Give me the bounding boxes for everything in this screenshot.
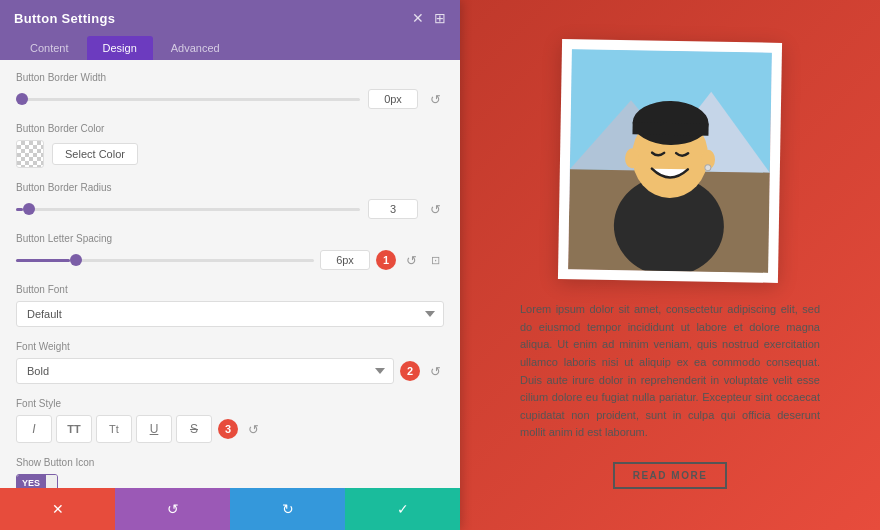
font-group: Button Font Default Arial Georgia [16, 284, 444, 327]
font-weight-badge: 2 [400, 361, 420, 381]
letter-spacing-group: Button Letter Spacing 6px 1 ↺ ⊡ [16, 233, 444, 270]
letter-spacing-fill [16, 259, 70, 262]
border-width-reset[interactable]: ↺ [426, 90, 444, 108]
font-style-capitalize[interactable]: Tt [96, 415, 132, 443]
panel-title: Button Settings [14, 11, 115, 26]
border-color-label: Button Border Color [16, 123, 444, 134]
border-radius-thumb[interactable] [23, 203, 35, 215]
letter-spacing-value[interactable]: 6px [320, 250, 370, 270]
show-icon-toggle[interactable]: YES [16, 474, 58, 488]
cancel-icon: ✕ [52, 501, 64, 517]
font-style-row: I TT Tt U S 3 ↺ [16, 415, 444, 443]
close-icon[interactable]: ✕ [412, 10, 424, 26]
photo-card [558, 39, 782, 283]
person-svg [568, 49, 772, 272]
show-icon-toggle-row: YES [16, 474, 444, 488]
border-width-label: Button Border Width [16, 72, 444, 83]
border-radius-slider[interactable] [16, 208, 360, 211]
svg-rect-7 [632, 122, 708, 135]
description-text: Lorem ipsum dolor sit amet, consectetur … [520, 301, 820, 442]
letter-spacing-responsive[interactable]: ⊡ [426, 251, 444, 269]
font-style-uppercase[interactable]: TT [56, 415, 92, 443]
border-radius-label: Button Border Radius [16, 182, 444, 193]
preview-panel: Lorem ipsum dolor sit amet, consectetur … [460, 0, 880, 530]
border-radius-fill [16, 208, 23, 211]
tab-advanced[interactable]: Advanced [155, 36, 236, 60]
letter-spacing-reset[interactable]: ↺ [402, 251, 420, 269]
font-style-badge: 3 [218, 419, 238, 439]
settings-panel: Button Settings ✕ ⊞ Content Design Advan… [0, 0, 460, 530]
font-weight-row: Bold Normal 2 ↺ [16, 358, 444, 384]
border-radius-row: 3 ↺ [16, 199, 444, 219]
border-color-row: Select Color [16, 140, 444, 168]
border-width-row: 0px ↺ [16, 89, 444, 109]
photo-image [568, 49, 772, 272]
border-color-select-btn[interactable]: Select Color [52, 143, 138, 165]
border-width-group: Button Border Width 0px ↺ [16, 72, 444, 109]
right-content: Lorem ipsum dolor sit amet, consectetur … [520, 41, 820, 489]
reset-button[interactable]: ↺ [115, 488, 230, 530]
toggle-yes-label[interactable]: YES [17, 475, 45, 488]
panel-tabs: Content Design Advanced [0, 36, 460, 60]
read-more-button[interactable]: READ MORE [613, 462, 728, 489]
border-width-value[interactable]: 0px [368, 89, 418, 109]
redo-icon: ↻ [282, 501, 294, 517]
font-style-underline[interactable]: U [136, 415, 172, 443]
panel-header-icons: ✕ ⊞ [412, 10, 446, 26]
font-weight-select[interactable]: Bold Normal [16, 358, 394, 384]
tab-design[interactable]: Design [87, 36, 153, 60]
svg-point-10 [705, 165, 711, 171]
font-style-reset[interactable]: ↺ [244, 420, 262, 438]
letter-spacing-badge: 1 [376, 250, 396, 270]
font-style-strikethrough[interactable]: S [176, 415, 212, 443]
border-radius-group: Button Border Radius 3 ↺ [16, 182, 444, 219]
font-weight-label: Font Weight [16, 341, 444, 352]
tab-content[interactable]: Content [14, 36, 85, 60]
letter-spacing-row: 6px 1 ↺ ⊡ [16, 250, 444, 270]
reset-icon: ↺ [167, 501, 179, 517]
font-weight-group: Font Weight Bold Normal 2 ↺ [16, 341, 444, 384]
show-icon-group: Show Button Icon YES [16, 457, 444, 488]
save-button[interactable]: ✓ [345, 488, 460, 530]
letter-spacing-slider[interactable] [16, 259, 314, 262]
font-style-buttons: I TT Tt U S [16, 415, 212, 443]
border-radius-reset[interactable]: ↺ [426, 200, 444, 218]
font-style-group: Font Style I TT Tt U S 3 ↺ [16, 398, 444, 443]
letter-spacing-thumb[interactable] [70, 254, 82, 266]
panel-footer: ✕ ↺ ↻ ✓ [0, 488, 460, 530]
font-label: Button Font [16, 284, 444, 295]
redo-button[interactable]: ↻ [230, 488, 345, 530]
border-width-track [16, 98, 360, 101]
font-select[interactable]: Default Arial Georgia [16, 301, 444, 327]
panel-content: Button Border Width 0px ↺ Button Border … [0, 60, 460, 488]
font-style-italic[interactable]: I [16, 415, 52, 443]
letter-spacing-label: Button Letter Spacing [16, 233, 444, 244]
border-radius-value[interactable]: 3 [368, 199, 418, 219]
border-width-thumb[interactable] [16, 93, 28, 105]
toggle-no-area [45, 475, 57, 488]
border-width-slider[interactable] [16, 98, 360, 101]
cancel-button[interactable]: ✕ [0, 488, 115, 530]
letter-spacing-track [16, 259, 314, 262]
font-style-label: Font Style [16, 398, 444, 409]
border-radius-track [16, 208, 360, 211]
border-color-swatch[interactable] [16, 140, 44, 168]
font-weight-reset[interactable]: ↺ [426, 362, 444, 380]
show-icon-label: Show Button Icon [16, 457, 444, 468]
panel-header: Button Settings ✕ ⊞ [0, 0, 460, 36]
settings-icon[interactable]: ⊞ [434, 10, 446, 26]
save-icon: ✓ [397, 501, 409, 517]
border-color-group: Button Border Color Select Color [16, 123, 444, 168]
